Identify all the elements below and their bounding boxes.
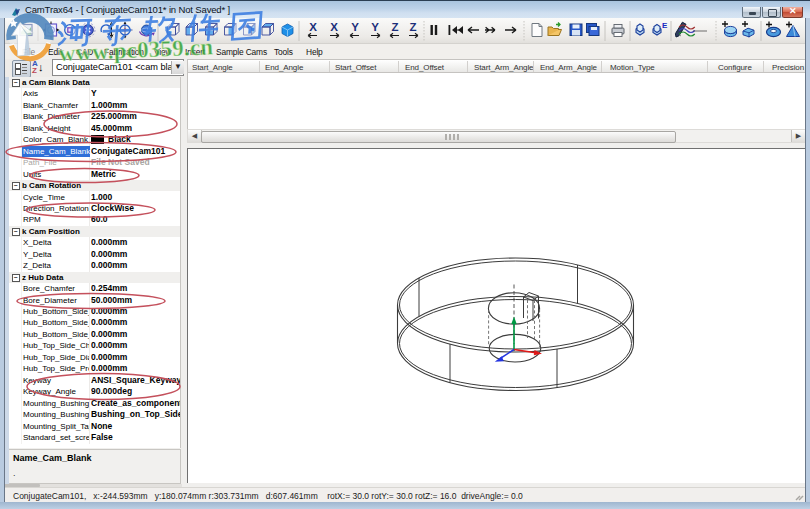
svg-text:E: E xyxy=(662,21,668,30)
svg-text:X: X xyxy=(309,21,317,33)
svg-text:Y: Y xyxy=(371,21,379,33)
svg-text:X: X xyxy=(330,21,338,33)
svg-text:Y: Y xyxy=(351,21,359,33)
svg-text:Z: Z xyxy=(409,21,416,33)
svg-text:Z: Z xyxy=(391,21,398,33)
